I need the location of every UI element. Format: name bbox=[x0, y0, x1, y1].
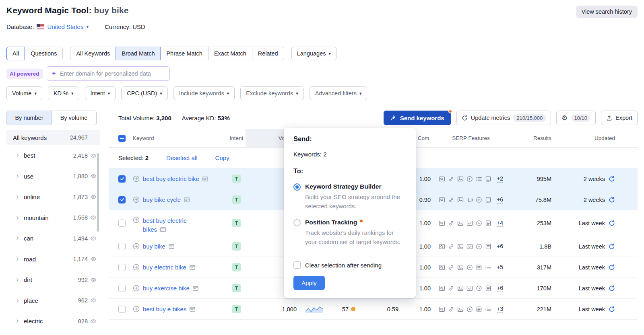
domain-input-field[interactable] bbox=[59, 70, 169, 77]
keyword-link[interactable]: buy bike bbox=[143, 243, 165, 250]
plus-circle-icon[interactable] bbox=[133, 216, 140, 223]
column-keyword[interactable]: Keyword bbox=[129, 129, 227, 147]
sidebar-item-dirt[interactable]: dirt992 bbox=[6, 269, 100, 290]
keyword-link[interactable]: buy electric bike bbox=[143, 264, 186, 271]
toggle-by-number[interactable]: By number bbox=[7, 111, 52, 125]
serp-preview-icon[interactable] bbox=[184, 197, 190, 203]
radio-button[interactable] bbox=[293, 183, 301, 191]
plus-circle-icon[interactable] bbox=[133, 264, 140, 271]
keyword-link[interactable]: best buy e bikes bbox=[143, 306, 186, 312]
serp-more-link[interactable]: +3 bbox=[497, 306, 503, 313]
column-serp-features[interactable]: SERP Features bbox=[431, 129, 511, 147]
sidebar-scrollbar[interactable] bbox=[97, 153, 99, 232]
toggle-by-volume[interactable]: By volume bbox=[52, 111, 96, 125]
view-search-history-button[interactable]: View search history bbox=[576, 6, 638, 18]
refresh-icon[interactable] bbox=[609, 176, 615, 182]
serp-more-link[interactable]: +6 bbox=[497, 285, 503, 292]
tab-all[interactable]: All bbox=[6, 47, 25, 60]
row-checkbox[interactable] bbox=[118, 306, 126, 313]
plus-circle-icon[interactable] bbox=[133, 285, 140, 292]
chevron-right-icon[interactable] bbox=[15, 236, 20, 240]
tab-broad-match[interactable]: Broad Match bbox=[116, 47, 161, 60]
column-results[interactable]: Results bbox=[511, 129, 555, 147]
column-updated[interactable]: Updated bbox=[555, 129, 638, 147]
eye-icon[interactable] bbox=[90, 297, 97, 304]
serp-more-link[interactable]: +6 bbox=[497, 243, 503, 250]
clear-selection-checkbox[interactable] bbox=[293, 261, 301, 269]
eye-icon[interactable] bbox=[90, 173, 97, 179]
plus-circle-icon[interactable] bbox=[133, 175, 140, 182]
clear-selection-option[interactable]: Clear selection after sending bbox=[293, 261, 406, 269]
refresh-icon[interactable] bbox=[609, 264, 615, 271]
filter-cpc-usd[interactable]: CPC (USD)▾ bbox=[121, 86, 167, 100]
serp-more-link[interactable]: +2 bbox=[497, 175, 503, 183]
send-option-position-tracking[interactable]: Position TrackingTrack website's daily r… bbox=[293, 219, 406, 247]
chevron-right-icon[interactable] bbox=[15, 153, 20, 158]
sidebar-item-mountain[interactable]: mountain1,558 bbox=[6, 208, 100, 228]
serp-preview-icon[interactable] bbox=[168, 243, 175, 250]
refresh-icon[interactable] bbox=[609, 197, 615, 203]
serp-more-link[interactable]: +6 bbox=[497, 196, 503, 203]
chevron-right-icon[interactable] bbox=[15, 195, 20, 199]
sidebar-item-best[interactable]: best2,418 bbox=[6, 145, 100, 166]
serp-preview-icon[interactable] bbox=[189, 306, 196, 312]
send-keywords-button[interactable]: Send keywords bbox=[384, 111, 451, 125]
refresh-icon[interactable] bbox=[609, 285, 615, 292]
eye-icon[interactable] bbox=[90, 194, 97, 200]
keyword-link[interactable]: buy exercise bike bbox=[143, 285, 190, 292]
serp-preview-icon[interactable] bbox=[202, 176, 208, 182]
filter-advanced-filters[interactable]: Advanced filters▾ bbox=[310, 86, 367, 100]
sidebar-item-online[interactable]: online1,873 bbox=[6, 187, 100, 208]
apply-button[interactable]: Apply bbox=[293, 276, 325, 290]
tab-questions[interactable]: Questions bbox=[25, 47, 63, 60]
copy-link[interactable]: Copy bbox=[215, 154, 229, 161]
select-all-checkbox[interactable] bbox=[118, 135, 126, 142]
filter-kd[interactable]: KD %▾ bbox=[48, 86, 79, 100]
eye-icon[interactable] bbox=[90, 214, 97, 221]
plus-circle-icon[interactable] bbox=[133, 196, 140, 203]
deselect-all-link[interactable]: Deselect all bbox=[166, 154, 198, 161]
chevron-right-icon[interactable] bbox=[15, 319, 20, 323]
eye-icon[interactable] bbox=[90, 235, 97, 242]
eye-icon[interactable] bbox=[90, 277, 97, 283]
update-metrics-button[interactable]: Update metrics 210/15,000 bbox=[456, 111, 551, 125]
serp-preview-icon[interactable] bbox=[192, 285, 199, 292]
eye-icon[interactable] bbox=[90, 152, 97, 159]
keyword-link[interactable]: buy bike cycle bbox=[143, 196, 181, 203]
chevron-right-icon[interactable] bbox=[15, 257, 20, 261]
column-intent[interactable]: Intent bbox=[227, 129, 246, 147]
languages-dropdown[interactable]: Languages▾ bbox=[291, 47, 336, 60]
row-checkbox[interactable] bbox=[118, 243, 126, 250]
domain-input[interactable]: ✦ bbox=[47, 66, 170, 81]
chevron-right-icon[interactable] bbox=[15, 298, 20, 303]
sidebar-item-place[interactable]: place962 bbox=[6, 290, 100, 311]
settings-button[interactable]: ⚙ 10/10 bbox=[556, 111, 596, 125]
chevron-right-icon[interactable] bbox=[15, 174, 20, 179]
tab-phrase-match[interactable]: Phrase Match bbox=[160, 47, 208, 60]
serp-more-link[interactable]: +5 bbox=[497, 264, 503, 271]
plus-circle-icon[interactable] bbox=[133, 243, 140, 250]
filter-intent[interactable]: Intent▾ bbox=[85, 86, 116, 100]
row-checkbox[interactable] bbox=[118, 285, 126, 292]
sidebar-item-use[interactable]: use1,880 bbox=[6, 166, 100, 187]
serp-preview-icon[interactable] bbox=[160, 226, 166, 233]
filter-volume[interactable]: Volume▾ bbox=[6, 86, 42, 100]
chevron-right-icon[interactable] bbox=[15, 277, 20, 282]
database-selector[interactable]: Database: United States ▾ bbox=[6, 23, 89, 30]
sidebar-all-keywords[interactable]: All keywords 24,967 bbox=[6, 130, 100, 145]
refresh-icon[interactable] bbox=[609, 220, 615, 226]
chevron-right-icon[interactable] bbox=[15, 216, 20, 220]
sidebar-item-road[interactable]: road1,174 bbox=[6, 249, 100, 270]
export-button[interactable]: Export bbox=[601, 111, 638, 125]
filter-exclude-keywords[interactable]: Exclude keywords▾ bbox=[240, 86, 303, 100]
plus-circle-icon[interactable] bbox=[133, 306, 140, 312]
eye-icon[interactable] bbox=[90, 256, 97, 262]
tab-exact-match[interactable]: Exact Match bbox=[208, 47, 252, 60]
send-option-keyword-strategy-builder[interactable]: Keyword Strategy BuilderBuild your SEO s… bbox=[293, 183, 406, 211]
keyword-link[interactable]: best buy electric bike bbox=[143, 175, 199, 182]
serp-preview-icon[interactable] bbox=[189, 264, 196, 271]
sidebar-item-can[interactable]: can1,494 bbox=[6, 228, 100, 249]
radio-button[interactable] bbox=[293, 219, 301, 226]
tab-all-keywords[interactable]: All Keywords bbox=[70, 47, 116, 60]
filter-include-keywords[interactable]: Include keywords▾ bbox=[173, 86, 235, 100]
